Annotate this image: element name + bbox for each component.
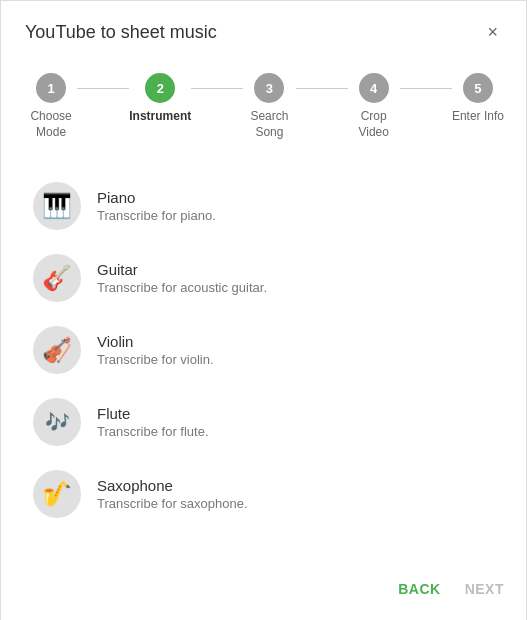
instrument-item-saxophone[interactable]: 🎷 Saxophone Transcribe for saxophone. [25,458,504,530]
piano-desc: Transcribe for piano. [97,208,216,223]
step-3: 3 SearchSong [243,73,295,140]
step-1: 1 ChooseMode [25,73,77,140]
saxophone-name: Saxophone [97,477,248,494]
connector-3-4 [296,88,348,89]
step-2: 2 Instrument [129,73,191,125]
guitar-info: Guitar Transcribe for acoustic guitar. [97,261,267,295]
step-label-5: Enter Info [452,109,504,125]
stepper: 1 ChooseMode 2 Instrument 3 SearchSong 4… [25,73,504,140]
step-circle-1: 1 [36,73,66,103]
guitar-icon: 🎸 [33,254,81,302]
flute-desc: Transcribe for flute. [97,424,209,439]
piano-icon: 🎹 [33,182,81,230]
instrument-item-flute[interactable]: 🎶 Flute Transcribe for flute. [25,386,504,458]
step-circle-2: 2 [145,73,175,103]
connector-4-5 [400,88,452,89]
violin-info: Violin Transcribe for violin. [97,333,214,367]
violin-desc: Transcribe for violin. [97,352,214,367]
saxophone-icon: 🎷 [33,470,81,518]
dialog: YouTube to sheet music × 1 ChooseMode 2 … [1,1,527,620]
saxophone-info: Saxophone Transcribe for saxophone. [97,477,248,511]
violin-icon: 🎻 [33,326,81,374]
close-button[interactable]: × [481,21,504,43]
next-button[interactable]: NEXT [465,581,504,597]
piano-name: Piano [97,189,216,206]
step-circle-5: 5 [463,73,493,103]
violin-name: Violin [97,333,214,350]
piano-info: Piano Transcribe for piano. [97,189,216,223]
instrument-list: 🎹 Piano Transcribe for piano. 🎸 Guitar T… [25,170,504,530]
saxophone-desc: Transcribe for saxophone. [97,496,248,511]
instrument-item-violin[interactable]: 🎻 Violin Transcribe for violin. [25,314,504,386]
instrument-item-piano[interactable]: 🎹 Piano Transcribe for piano. [25,170,504,242]
guitar-desc: Transcribe for acoustic guitar. [97,280,267,295]
step-5: 5 Enter Info [452,73,504,125]
connector-1-2 [77,88,129,89]
flute-icon: 🎶 [33,398,81,446]
step-circle-3: 3 [254,73,284,103]
instrument-item-guitar[interactable]: 🎸 Guitar Transcribe for acoustic guitar. [25,242,504,314]
connector-2-3 [191,88,243,89]
flute-info: Flute Transcribe for flute. [97,405,209,439]
flute-name: Flute [97,405,209,422]
dialog-footer: BACK NEXT [398,565,504,601]
dialog-header: YouTube to sheet music × [25,21,504,43]
back-button[interactable]: BACK [398,581,440,597]
step-label-2: Instrument [129,109,191,125]
step-circle-4: 4 [359,73,389,103]
step-label-1: ChooseMode [30,109,71,140]
step-4: 4 Crop Video [348,73,400,140]
step-label-3: SearchSong [250,109,288,140]
dialog-title: YouTube to sheet music [25,22,217,43]
guitar-name: Guitar [97,261,267,278]
step-label-4: Crop Video [348,109,400,140]
